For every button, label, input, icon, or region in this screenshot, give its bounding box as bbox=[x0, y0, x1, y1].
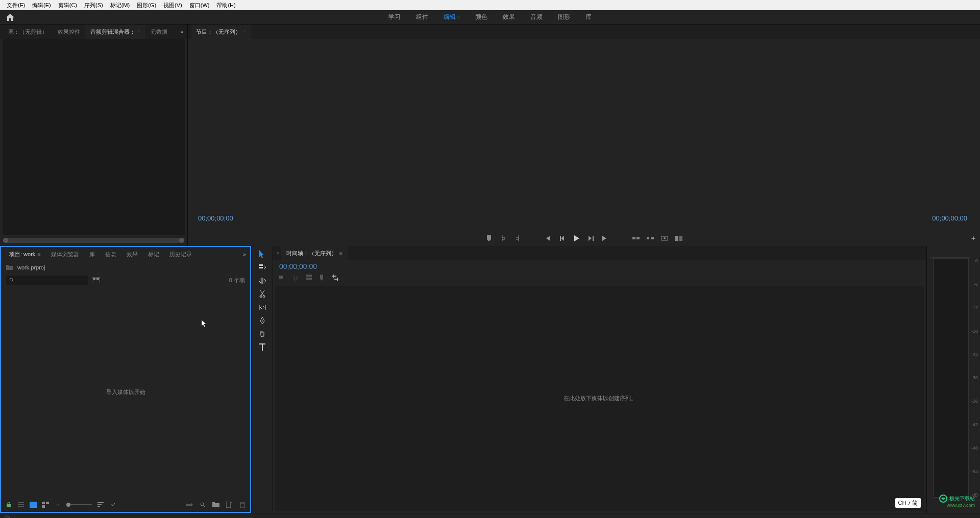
razor-tool-icon[interactable] bbox=[256, 289, 268, 299]
goto-out-icon[interactable] bbox=[601, 234, 609, 242]
svg-rect-34 bbox=[259, 267, 263, 268]
find-icon[interactable] bbox=[199, 501, 206, 508]
tab-markers[interactable]: 标记 bbox=[143, 247, 164, 261]
ws-learning[interactable]: 学习 bbox=[388, 13, 401, 21]
button-editor-icon[interactable]: ＋ bbox=[970, 234, 977, 243]
add-marker-icon[interactable] bbox=[319, 275, 326, 282]
linked-selection-icon[interactable] bbox=[306, 275, 313, 282]
timeline-controls bbox=[273, 273, 926, 284]
svg-rect-9 bbox=[6, 265, 9, 266]
scrub-handle-left[interactable] bbox=[3, 238, 8, 243]
new-item-icon[interactable] bbox=[226, 501, 233, 508]
type-tool-icon[interactable] bbox=[256, 342, 268, 352]
goto-in-icon[interactable] bbox=[544, 234, 552, 242]
tab-audio-mixer[interactable]: 音频剪辑混合器：≡ bbox=[85, 24, 145, 39]
track-select-tool-icon[interactable] bbox=[256, 262, 268, 273]
scrub-handle-right[interactable] bbox=[179, 238, 184, 243]
bottom-panels: 项目: work≡ 媒体浏览器 库 信息 效果 标记 历史记录 » work.p… bbox=[0, 246, 980, 513]
icon-view-icon[interactable] bbox=[30, 502, 37, 508]
menu-graphics[interactable]: 图形(G) bbox=[133, 2, 160, 9]
timeline-timecode[interactable]: 00;00;00;00 bbox=[273, 260, 926, 273]
ws-editing[interactable]: 编辑≡ bbox=[444, 13, 460, 21]
tab-effect-controls[interactable]: 效果控件 bbox=[53, 24, 85, 39]
source-panel: 源：（无剪辑） 效果控件 音频剪辑混合器：≡ 元数据 » bbox=[0, 24, 188, 246]
sort-icon[interactable] bbox=[97, 501, 104, 508]
menu-window[interactable]: 窗口(W) bbox=[186, 2, 213, 9]
menu-view[interactable]: 视图(V) bbox=[160, 2, 186, 9]
menu-clip[interactable]: 剪辑(C) bbox=[55, 2, 81, 9]
trash-icon[interactable] bbox=[239, 501, 246, 508]
search-icon bbox=[9, 278, 14, 283]
menu-help[interactable]: 帮助(H) bbox=[213, 2, 239, 9]
menu-markers[interactable]: 标记(M) bbox=[107, 2, 134, 9]
snap-icon[interactable] bbox=[292, 275, 300, 282]
out-point-icon[interactable] bbox=[513, 234, 522, 242]
step-back-icon[interactable] bbox=[558, 234, 567, 242]
svg-rect-12 bbox=[92, 277, 100, 283]
new-bin-icon[interactable] bbox=[212, 501, 219, 508]
chevron-down-icon[interactable] bbox=[109, 501, 116, 508]
tab-effects[interactable]: 效果 bbox=[121, 247, 143, 261]
tab-media-browser[interactable]: 媒体浏览器 bbox=[46, 247, 84, 261]
svg-rect-44 bbox=[279, 276, 283, 279]
project-body[interactable]: 导入媒体以开始 bbox=[1, 287, 250, 498]
selection-tool-icon[interactable] bbox=[256, 249, 268, 259]
ws-color[interactable]: 颜色 bbox=[475, 13, 487, 21]
extract-icon[interactable] bbox=[646, 234, 654, 242]
hand-tool-icon[interactable] bbox=[256, 329, 268, 339]
tabs-overflow-icon[interactable]: » bbox=[180, 29, 183, 35]
menu-file[interactable]: 文件(F) bbox=[3, 2, 29, 9]
list-view-icon[interactable] bbox=[17, 501, 24, 508]
svg-rect-14 bbox=[96, 278, 99, 280]
tab-source[interactable]: 源：（无剪辑） bbox=[3, 24, 53, 39]
tab-metadata[interactable]: 元数据 bbox=[145, 24, 173, 39]
tab-library[interactable]: 库 bbox=[84, 247, 100, 261]
audio-meter-bar bbox=[933, 258, 969, 498]
zoom-slider-knob[interactable]: ○ bbox=[54, 501, 61, 508]
ripple-edit-tool-icon[interactable] bbox=[256, 276, 268, 286]
automate-icon[interactable] bbox=[186, 501, 193, 508]
workspace-bar: 学习 组件 编辑≡ 颜色 效果 音频 图形 库 » bbox=[0, 10, 980, 24]
source-scrub[interactable] bbox=[3, 238, 184, 243]
menu-edit[interactable]: 编辑(E) bbox=[29, 2, 55, 9]
tabs-overflow-icon[interactable]: » bbox=[243, 251, 246, 257]
pen-tool-icon[interactable] bbox=[256, 315, 268, 326]
lock-icon[interactable] bbox=[5, 501, 12, 508]
close-icon[interactable]: × bbox=[276, 250, 279, 256]
svg-point-41 bbox=[262, 320, 263, 322]
play-icon[interactable] bbox=[573, 234, 581, 242]
tab-history[interactable]: 历史记录 bbox=[164, 247, 197, 261]
project-footer: ○ bbox=[1, 498, 250, 512]
step-forward-icon[interactable] bbox=[587, 234, 595, 242]
freeform-view-icon[interactable] bbox=[42, 501, 49, 508]
comparison-icon[interactable] bbox=[675, 234, 683, 242]
search-input[interactable] bbox=[6, 276, 88, 285]
tab-timeline[interactable]: 时间轴：（无序列）≡ bbox=[281, 246, 347, 260]
slip-tool-icon[interactable] bbox=[256, 302, 268, 312]
project-panel: 项目: work≡ 媒体浏览器 库 信息 效果 标记 历史记录 » work.p… bbox=[0, 246, 251, 513]
audio-meter-scale: 0 -6 -12 -18 -24 -30 -36 -42 -48 -54 dB bbox=[968, 258, 978, 498]
tab-info[interactable]: 信息 bbox=[100, 247, 121, 261]
lift-icon[interactable] bbox=[632, 234, 640, 242]
ws-library[interactable]: 库 bbox=[585, 13, 592, 21]
status-bar bbox=[0, 513, 980, 518]
in-point-icon[interactable] bbox=[499, 234, 507, 242]
ws-assembly[interactable]: 组件 bbox=[416, 13, 428, 21]
home-icon[interactable] bbox=[0, 10, 20, 24]
settings-icon[interactable] bbox=[332, 275, 339, 282]
export-frame-icon[interactable] bbox=[660, 234, 669, 242]
tab-project[interactable]: 项目: work≡ bbox=[4, 247, 46, 261]
insert-sequence-icon[interactable] bbox=[279, 275, 286, 282]
workspace-overflow-icon[interactable]: » bbox=[502, 14, 505, 20]
ws-audio[interactable]: 音频 bbox=[530, 13, 543, 21]
zoom-slider[interactable] bbox=[66, 504, 92, 505]
menu-sequence[interactable]: 序列(S) bbox=[81, 2, 107, 9]
ws-graphics[interactable]: 图形 bbox=[558, 13, 570, 21]
project-header: work.prproj bbox=[1, 261, 250, 274]
marker-icon[interactable] bbox=[485, 234, 493, 242]
storyboard-icon[interactable] bbox=[92, 277, 100, 283]
tab-program[interactable]: 节目：（无序列）≡ bbox=[191, 24, 251, 39]
timeline-body[interactable]: 在此处放下媒体以创建序列。 bbox=[275, 286, 924, 511]
svg-line-11 bbox=[12, 281, 14, 282]
project-file-label: work.prproj bbox=[17, 264, 45, 270]
